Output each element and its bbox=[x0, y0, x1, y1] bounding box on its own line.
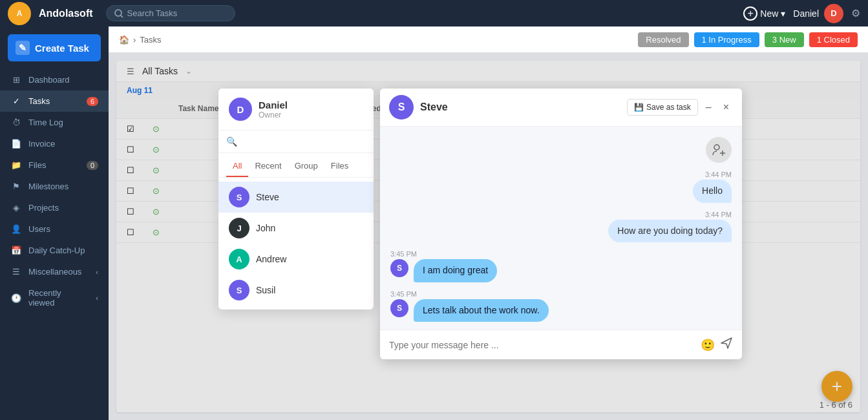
add-user-button[interactable] bbox=[706, 137, 732, 163]
message-3: 3:45 PM S I am doing great bbox=[390, 250, 732, 282]
home-icon[interactable]: 🏠 bbox=[119, 35, 129, 45]
msg-sender-row: S Lets talk about the work now. bbox=[390, 299, 549, 322]
contact-steve-name: Steve bbox=[256, 192, 279, 202]
tasks-icon: ✓ bbox=[10, 96, 22, 106]
contact-andrew-name: Andrew bbox=[256, 254, 286, 264]
new-chevron-icon: ▾ bbox=[781, 8, 785, 19]
sidebar-item-dashboard[interactable]: ⊞ Dashboard bbox=[0, 69, 109, 90]
tab-files[interactable]: Files bbox=[324, 158, 355, 177]
closed-badge[interactable]: 1 Closed bbox=[809, 32, 858, 47]
sidebar-item-miscellaneous[interactable]: ☰ Miscellaneous ‹ bbox=[0, 261, 109, 282]
app-logo: A bbox=[8, 2, 31, 25]
contact-john-name: John bbox=[256, 223, 275, 233]
new-badge[interactable]: 3 New bbox=[765, 32, 804, 47]
recently-viewed-icon: 🕐 bbox=[10, 293, 22, 303]
dropdown-user-name: Daniel bbox=[259, 100, 288, 110]
contact-susil-avatar: S bbox=[229, 280, 249, 300]
add-user-area bbox=[390, 137, 732, 163]
sidebar-item-label: Invoice bbox=[28, 139, 55, 149]
user-info: Daniel D bbox=[793, 4, 843, 23]
chat-header: S Steve 💾 Save as task – × bbox=[380, 89, 742, 127]
user-initial: D bbox=[831, 8, 836, 18]
sidebar-item-label: Time Log bbox=[28, 118, 63, 127]
dropdown-user-initial: D bbox=[237, 104, 244, 115]
content-area: ☰ All Tasks ⌄ Aug 11 Task Name Assigned … bbox=[109, 53, 868, 420]
breadcrumb-current: Tasks bbox=[140, 35, 161, 45]
message-4: 3:45 PM S Lets talk about the work now. bbox=[390, 290, 732, 322]
tab-all[interactable]: All bbox=[226, 158, 248, 177]
dropdown-user-role: Owner bbox=[259, 110, 288, 120]
misc-arrow: ‹ bbox=[96, 268, 98, 276]
topbar: A Andolasoft Search Tasks + New ▾ Daniel… bbox=[0, 0, 868, 26]
svg-point-2 bbox=[115, 10, 122, 16]
msg-time: 3:45 PM bbox=[390, 250, 417, 258]
msg-bubble: Hello bbox=[693, 180, 732, 203]
breadcrumb: 🏠 › Tasks bbox=[119, 35, 162, 45]
sidebar-item-label: Milestones bbox=[28, 182, 69, 191]
sidebar-item-label: Files bbox=[28, 160, 46, 170]
contact-andrew[interactable]: A Andrew bbox=[218, 244, 374, 275]
sidebar-item-label: Users bbox=[28, 224, 50, 234]
message-1: 3:44 PM Hello bbox=[390, 171, 732, 203]
contact-steve-avatar: S bbox=[229, 187, 249, 207]
save-icon: 💾 bbox=[634, 103, 644, 112]
save-task-label: Save as task bbox=[646, 103, 691, 112]
contacts-list: S Steve J John A Andrew S Susil bbox=[218, 178, 374, 310]
timelog-icon: ⏱ bbox=[10, 118, 22, 127]
invoice-icon: 📄 bbox=[10, 139, 22, 149]
brand-name: Andolasoft bbox=[39, 8, 93, 19]
sidebar-item-tasks[interactable]: ✓ Tasks 6 bbox=[0, 90, 109, 112]
contact-susil[interactable]: S Susil bbox=[218, 275, 374, 306]
msg-bubble: How are you doing today? bbox=[608, 220, 732, 243]
sidebar-item-label: Miscellaneous bbox=[28, 267, 81, 277]
msg-bubble: I am doing great bbox=[414, 259, 497, 282]
send-button[interactable] bbox=[720, 337, 733, 353]
chat-close-button[interactable]: × bbox=[719, 100, 733, 114]
contact-steve[interactable]: S Steve bbox=[218, 182, 374, 213]
emoji-button[interactable]: 🙂 bbox=[701, 338, 715, 352]
resolved-badge[interactable]: Resolved bbox=[638, 32, 688, 47]
sidebar-item-invoice[interactable]: 📄 Invoice bbox=[0, 133, 109, 154]
tab-group[interactable]: Group bbox=[288, 158, 324, 177]
sidebar-item-projects[interactable]: ◈ Projects bbox=[0, 197, 109, 218]
save-task-button[interactable]: 💾 Save as task bbox=[627, 99, 698, 116]
dropdown-tabs: All Recent Group Files bbox=[218, 153, 374, 178]
chat-window: S Steve 💾 Save as task – × bbox=[380, 89, 742, 359]
dropdown-search-input[interactable] bbox=[240, 137, 352, 147]
new-button-icon: + bbox=[743, 6, 757, 21]
misc-icon: ☰ bbox=[10, 267, 22, 277]
tab-recent[interactable]: Recent bbox=[248, 158, 288, 177]
inprogress-badge[interactable]: 1 In Progress bbox=[694, 32, 759, 47]
chat-body: 3:44 PM Hello 3:44 PM How are you doing … bbox=[380, 127, 742, 330]
status-bar: 🏠 › Tasks Resolved 1 In Progress 3 New 1… bbox=[109, 26, 868, 53]
create-task-button[interactable]: ✎ Create Task bbox=[8, 34, 101, 61]
create-task-icon: ✎ bbox=[16, 41, 30, 55]
sidebar-item-daily-catchup[interactable]: 📅 Daily Catch-Up bbox=[0, 240, 109, 261]
chat-minimize-button[interactable]: – bbox=[702, 100, 715, 114]
msg-bubble: Lets talk about the work now. bbox=[414, 299, 549, 322]
contact-john[interactable]: J John bbox=[218, 213, 374, 244]
msg-time: 3:44 PM bbox=[705, 171, 732, 178]
sidebar-item-timelog[interactable]: ⏱ Time Log bbox=[0, 112, 109, 133]
new-button[interactable]: + New ▾ bbox=[743, 6, 785, 21]
settings-icon[interactable]: ⚙ bbox=[851, 7, 860, 19]
sidebar-item-label: Dashboard bbox=[28, 75, 70, 85]
dropdown-search[interactable]: 🔍 bbox=[218, 131, 374, 153]
sidebar-item-label: Projects bbox=[28, 203, 59, 213]
dashboard-icon: ⊞ bbox=[10, 75, 22, 85]
contact-andrew-avatar: A bbox=[229, 249, 249, 269]
sidebar-item-files[interactable]: 📁 Files 0 bbox=[0, 154, 109, 176]
message-2: 3:44 PM How are you doing today? bbox=[390, 211, 732, 243]
svg-point-4 bbox=[714, 145, 719, 150]
search-bar[interactable]: Search Tasks bbox=[106, 5, 235, 21]
user-name: Daniel bbox=[793, 8, 819, 19]
chat-input[interactable] bbox=[389, 340, 695, 350]
sidebar-item-recently-viewed[interactable]: 🕐 Recently viewed ‹ bbox=[0, 282, 109, 313]
add-user-icon bbox=[712, 143, 726, 157]
msg-sender-avatar: S bbox=[390, 299, 408, 317]
sidebar-item-users[interactable]: 👤 Users bbox=[0, 218, 109, 240]
daily-catchup-icon: 📅 bbox=[10, 246, 22, 255]
breadcrumb-separator: › bbox=[133, 35, 136, 45]
sidebar-item-milestones[interactable]: ⚑ Milestones bbox=[0, 176, 109, 197]
user-avatar[interactable]: D bbox=[824, 4, 843, 23]
